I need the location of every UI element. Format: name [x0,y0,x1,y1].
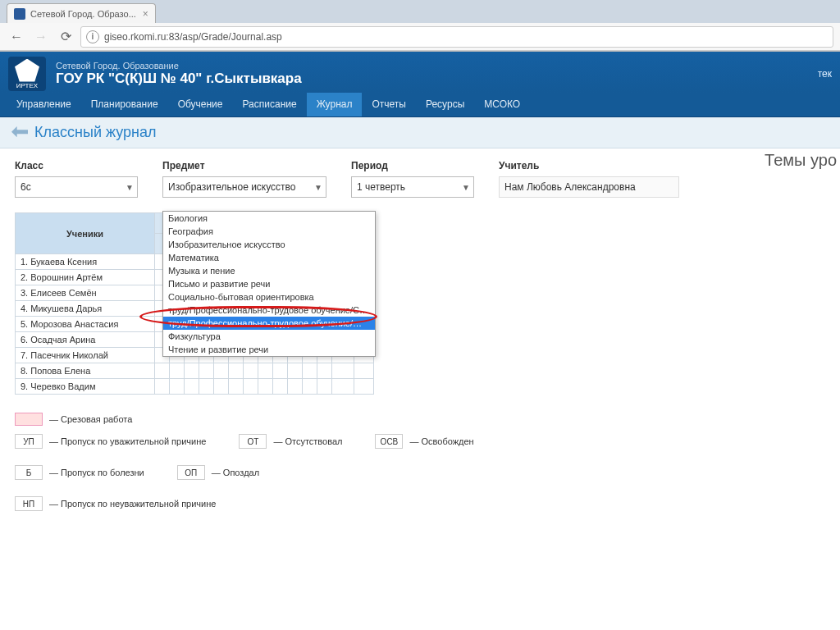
grade-cell[interactable] [170,363,185,379]
swatch-pink [15,413,43,426]
code-osv: ОСВ [375,434,403,449]
grade-cell[interactable] [303,363,317,379]
student-name[interactable]: 6. Осадчая Арина [16,332,155,348]
dropdown-item[interactable]: труд/Профессионально-трудовое обучение/С… [163,304,375,317]
grade-cell[interactable] [244,363,258,379]
tab-title: Сетевой Город. Образо... [30,9,136,19]
grade-cell[interactable] [273,363,288,379]
dropdown-item[interactable]: Биология [163,212,375,225]
browser-chrome: Сетевой Город. Образо... × ← → ⟳ i giseo… [0,0,840,52]
grade-cell[interactable] [317,379,332,395]
grade-cell[interactable] [170,379,185,395]
student-name[interactable]: 9. Черевко Вадим [16,379,155,395]
nav-item-7[interactable]: МСОКО [474,93,530,116]
grade-cell[interactable] [199,363,214,379]
nav-item-0[interactable]: Управление [7,93,81,116]
code-np: НП [15,496,43,511]
legend-srez: — Срезовая работа [49,414,132,424]
dropdown-item[interactable]: География [163,225,375,238]
student-name[interactable]: 3. Елисеев Семён [16,285,155,301]
info-icon[interactable]: i [86,30,99,43]
code-op: ОП [177,465,205,480]
grade-cell[interactable] [332,379,354,395]
grade-cell[interactable] [229,363,244,379]
teacher-field: Нам Любовь Александровна [499,176,679,198]
grade-cell[interactable] [332,363,354,379]
chevron-down-icon: ▼ [314,183,322,192]
dropdown-item[interactable]: Чтение и развитие речи [163,343,375,356]
back-button[interactable]: ← [7,27,26,47]
student-name[interactable]: 5. Морозова Анастасия [16,317,155,332]
grade-cell[interactable] [317,363,332,379]
class-label: Класс [15,160,138,171]
address-bar[interactable]: i giseo.rkomi.ru:83/asp/Grade/Journal.as… [80,26,833,48]
student-name[interactable]: 4. Микушева Дарья [16,301,155,317]
chevron-down-icon: ▼ [462,183,470,192]
content: Класс 6с ▼ Предмет Изобразительное искус… [0,148,840,539]
site-header: ИРТЕХ Сетевой Город. Образование ГОУ РК … [0,52,840,93]
code-up: УП [15,434,43,449]
grade-cell[interactable] [185,363,199,379]
table-row: 8. Попова Елена [16,363,374,379]
back-arrow-icon[interactable] [11,126,28,139]
forward-button: → [31,27,51,47]
chevron-down-icon: ▼ [126,183,134,192]
tab-strip: Сетевой Город. Образо... × [0,0,840,23]
favicon-icon [14,8,25,20]
nav-item-5[interactable]: Отчеты [362,93,415,116]
grade-cell[interactable] [185,379,199,395]
student-name[interactable]: 7. Пасечник Николай [16,348,155,363]
class-select[interactable]: 6с ▼ [15,176,138,198]
legend: — Срезовая работа УП— Пропуск по уважите… [15,413,825,519]
subject-dropdown[interactable]: БиологияГеографияИзобразительное искусст… [162,211,376,357]
reload-button[interactable]: ⟳ [56,27,75,47]
grade-cell[interactable] [273,379,288,395]
brand-title: ГОУ РК "С(К)Ш № 40" г.Сыктывкара [56,71,302,87]
student-name[interactable]: 1. Букаева Ксения [16,254,155,270]
grade-cell[interactable] [258,363,273,379]
table-row: 9. Черевко Вадим [16,379,374,395]
grade-cell[interactable] [354,379,374,395]
browser-toolbar: ← → ⟳ i giseo.rkomi.ru:83/asp/Grade/Jour… [0,23,840,51]
code-ot: ОТ [239,434,267,449]
nav-item-2[interactable]: Обучение [168,93,233,116]
subject-select[interactable]: Изобразительное искусство ▼ [162,176,326,198]
grade-cell[interactable] [155,363,170,379]
page-title: Классный журнал [34,124,156,141]
grade-cell[interactable] [199,379,214,395]
dropdown-item[interactable]: Математика [163,251,375,264]
grade-cell[interactable] [288,363,303,379]
grade-cell[interactable] [229,379,244,395]
period-select[interactable]: 1 четверть ▼ [351,176,474,198]
student-name[interactable]: 2. Ворошнин Артём [16,270,155,285]
nav-item-4[interactable]: Журнал [307,93,363,116]
teacher-label: Учитель [499,160,679,171]
main-nav: УправлениеПланированиеОбучениеРасписание… [0,93,840,117]
grade-cell[interactable] [214,363,229,379]
logo: ИРТЕХ [8,57,46,91]
grade-cell[interactable] [214,379,229,395]
browser-tab[interactable]: Сетевой Город. Образо... × [7,3,156,23]
student-name[interactable]: 8. Попова Елена [16,363,155,379]
grade-cell[interactable] [258,379,273,395]
dropdown-item[interactable]: Социально-бытовая ориентировка [163,290,375,304]
dropdown-item[interactable]: Физкультура [163,330,375,343]
dropdown-item[interactable]: Письмо и развитие речи [163,277,375,290]
subject-label: Предмет [162,160,326,171]
nav-item-1[interactable]: Планирование [81,93,168,116]
nav-item-3[interactable]: Расписание [233,93,307,116]
dropdown-item[interactable]: труд/Профессионально-трудовое обучение/Ш… [163,317,375,330]
nav-item-6[interactable]: Ресурсы [416,93,474,116]
grade-cell[interactable] [244,379,258,395]
page-title-bar: Классный журнал [0,117,840,148]
close-icon[interactable]: × [136,8,148,20]
dropdown-item[interactable]: Музыка и пение [163,264,375,277]
grade-cell[interactable] [155,379,170,395]
header-right: тек [818,68,832,80]
grade-cell[interactable] [303,379,317,395]
grade-cell[interactable] [354,363,374,379]
code-b: Б [15,465,43,480]
dropdown-item[interactable]: Изобразительное искусство [163,238,375,251]
grade-cell[interactable] [288,379,303,395]
students-header: Ученики [16,213,155,254]
